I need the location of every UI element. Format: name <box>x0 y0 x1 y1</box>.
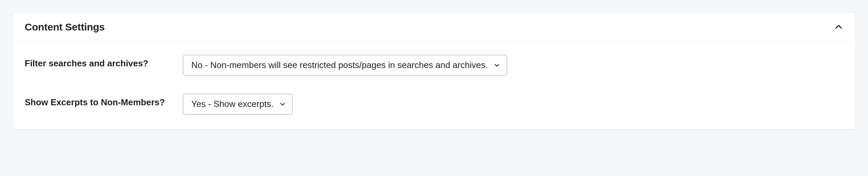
chevron-down-icon <box>279 101 286 108</box>
setting-row-excerpts: Show Excerpts to Non-Members? Yes - Show… <box>25 94 843 114</box>
chevron-down-icon <box>493 62 501 69</box>
filter-select[interactable]: No - Non-members will see restricted pos… <box>183 55 507 75</box>
chevron-up-icon <box>834 22 843 32</box>
excerpts-label: Show Excerpts to Non-Members? <box>25 94 167 108</box>
excerpts-select[interactable]: Yes - Show excerpts. <box>183 94 293 114</box>
excerpts-control-col: Yes - Show excerpts. <box>183 94 843 114</box>
content-settings-panel: Content Settings Filter searches and arc… <box>12 12 856 130</box>
panel-title: Content Settings <box>25 21 105 33</box>
setting-row-filter: Filter searches and archives? No - Non-m… <box>25 55 843 75</box>
filter-control-col: No - Non-members will see restricted pos… <box>183 55 843 75</box>
panel-body: Filter searches and archives? No - Non-m… <box>13 41 855 129</box>
filter-select-value: No - Non-members will see restricted pos… <box>191 60 488 70</box>
filter-label: Filter searches and archives? <box>25 55 167 69</box>
excerpts-select-value: Yes - Show excerpts. <box>191 99 273 109</box>
panel-header[interactable]: Content Settings <box>13 13 855 41</box>
